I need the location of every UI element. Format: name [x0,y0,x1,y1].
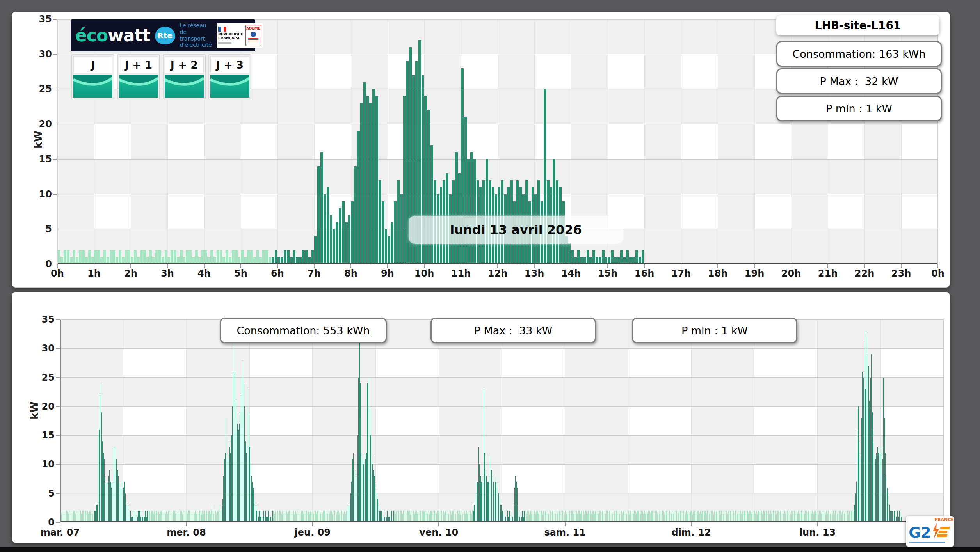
y-tick-label: 20 [27,119,52,130]
x-tick-mark [387,264,388,268]
date-label: lundi 13 avril 2026 [409,216,623,244]
site-title: LHB-site-L161 [776,15,939,35]
y-tick-label: 30 [27,49,52,60]
ecowatt-logo-watt: watt [108,25,150,45]
x-tick-mark [350,264,351,268]
ecowatt-dashboard: 051015202530350h1h2h3h4h5h6h7h8h9h10h11h… [0,0,980,552]
ademe-logo: ADEME [245,25,261,46]
y-tick-mark [53,54,57,55]
day-pmin-badge: P min : 1 kW [776,96,942,121]
rte-tagline: Le réseau de transport d'électricité [180,22,212,48]
x-tick-mark [312,522,313,526]
ecowatt-green-signal-icon [73,75,112,98]
y-tick-label: 10 [30,459,55,470]
y-tick-label: 30 [30,343,55,354]
x-tick-mark [571,264,571,268]
x-tick-mark [60,522,60,526]
x-tick-label: mar. 07 [33,527,87,538]
y-tick-label: 25 [27,83,52,94]
x-tick-mark [204,264,205,268]
republique-francaise-logo: RÉPUBLIQUEFRANÇAISE [218,27,243,44]
y-tick-mark [56,435,60,436]
y-tick-mark [53,194,57,195]
x-tick-label: mer. 08 [159,527,213,538]
day-pmax-badge: P Max : 32 kW [776,68,942,94]
y-tick-label: 15 [27,154,52,165]
x-tick-label: lun. 13 [790,527,845,538]
x-tick-mark [565,522,566,526]
day-tab-2[interactable]: J + 2 [163,54,206,99]
y-tick-mark [56,348,60,349]
ecowatt-logo: écowatt [75,27,150,44]
y-tick-mark [56,319,60,320]
x-tick-mark [314,264,315,268]
x-tick-label: 0h [911,268,965,279]
week-pmax-badge: P Max : 33 kW [430,318,596,343]
y-tick-mark [53,124,57,124]
x-tick-mark [461,264,461,268]
x-tick-mark [424,264,425,268]
day-tab-0[interactable]: J [71,54,114,99]
g2e-france-label: FRANCE [935,517,954,522]
ecowatt-banner: écowatt Rte Le réseau de transport d'éle… [71,19,255,51]
g2e-bolt-icon [931,523,952,540]
x-tick-mark [717,264,718,268]
y-tick-label: 0 [30,517,55,528]
day-tab-1[interactable]: J + 1 [117,54,160,99]
y-tick-mark [53,264,57,264]
week-chart-canvas [60,319,944,522]
x-tick-mark [681,264,681,268]
x-tick-mark [817,522,818,526]
day-tab-3[interactable]: J + 3 [208,54,251,99]
week-consumption-badge: Consommation: 553 kWh [220,318,387,343]
y-tick-mark [53,89,57,89]
week-pmin-badge: P min : 1 kW [632,318,797,343]
day-tab-label: J + 3 [210,56,249,73]
x-tick-mark [497,264,498,268]
g2e-logo: G2 FRANCE [906,516,954,547]
x-tick-label: dim. 12 [664,527,719,538]
y-tick-label: 5 [27,224,52,234]
ecowatt-logo-eco: éco [75,25,108,45]
y-tick-label: 15 [30,430,55,441]
x-tick-mark [791,264,791,268]
x-tick-mark [534,264,535,268]
y-tick-mark [53,19,57,20]
government-logos: RÉPUBLIQUEFRANÇAISE ADEME [217,23,263,48]
x-tick-mark [901,264,902,268]
ademe-globe-icon [251,32,256,37]
y-tick-mark [53,229,57,229]
x-tick-mark [644,264,645,268]
x-tick-mark [607,264,608,268]
g2e-tagline [909,542,945,543]
y-tick-label: 10 [27,189,52,200]
day-chart-card: 051015202530350h1h2h3h4h5h6h7h8h9h10h11h… [12,12,950,288]
x-tick-label: sam. 11 [538,527,592,538]
x-tick-mark [438,522,439,526]
x-tick-mark [691,522,692,526]
y-tick-label: 35 [30,314,55,325]
ecowatt-green-signal-icon [210,75,249,98]
week-chart-card: 05101520253035mar. 07mer. 08jeu. 09ven. … [12,292,950,543]
day-selector: JJ + 1J + 2J + 3 [71,54,251,99]
y-tick-label: 5 [30,488,55,499]
y-tick-label: 25 [30,372,55,383]
ecowatt-green-signal-icon [119,75,158,98]
french-flag-icon [218,27,226,32]
x-tick-label: ven. 10 [411,527,466,538]
day-tab-label: J + 2 [165,56,204,73]
motto-lines [218,41,231,44]
day-tab-label: J + 1 [119,56,158,73]
x-tick-mark [937,264,938,268]
x-tick-mark [827,264,828,268]
x-tick-mark [240,264,241,268]
bottom-strip [0,547,980,552]
y-axis-unit-label: kW [32,131,44,149]
x-tick-mark [57,264,58,268]
day-tab-label: J [73,56,112,73]
x-tick-mark [754,264,755,268]
y-tick-mark [56,464,60,465]
day-consumption-badge: Consommation: 163 kWh [776,41,942,67]
y-tick-label: 35 [27,14,52,25]
g2e-logo-text: G2 [909,525,931,540]
